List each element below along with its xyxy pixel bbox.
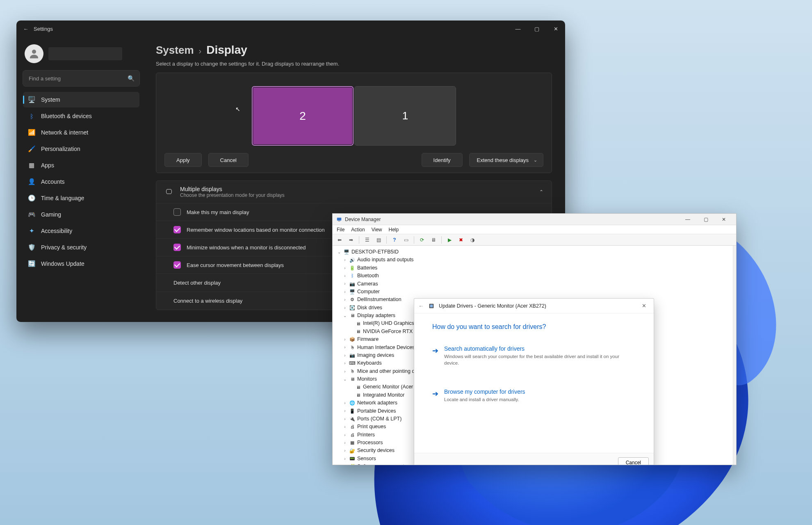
nav-label: Privacy & security: [41, 244, 87, 251]
svg-rect-2: [338, 221, 340, 221]
option-browse-computer[interactable]: ➔ Browse my computer for drivers Locate …: [432, 385, 641, 410]
tree-label: Print queues: [357, 423, 386, 431]
option-label: Detect other display: [173, 280, 221, 286]
tree-label: Audio inputs and outputs: [357, 256, 414, 264]
help-icon[interactable]: ?: [390, 235, 399, 244]
chevron-down-icon: ⌄: [534, 158, 537, 163]
breadcrumb-parent[interactable]: System: [156, 44, 194, 57]
account-name-redacted: [48, 47, 122, 60]
disable-device-icon[interactable]: ✖: [456, 235, 465, 244]
scan-icon[interactable]: ▭: [401, 235, 411, 244]
enable-device-icon[interactable]: ▶: [445, 235, 454, 244]
scrollbar[interactable]: [733, 246, 736, 465]
nav-network[interactable]: 📶 Network & internet: [23, 125, 139, 140]
nav-accounts[interactable]: 👤 Accounts: [23, 174, 139, 189]
nav-label: Accessibility: [41, 228, 72, 234]
tree-label: DESKTOP-ETFB5ID: [351, 248, 399, 256]
account-row[interactable]: [23, 41, 139, 71]
checkbox-checked[interactable]: [173, 226, 181, 233]
tree-label: Software components: [357, 463, 407, 465]
back-icon[interactable]: ←: [418, 303, 424, 309]
nav-label: Accounts: [41, 178, 65, 185]
dialog-body: How do you want to search for drivers? ➔…: [414, 313, 654, 410]
tree-label: Printers: [357, 431, 375, 439]
nav-apps[interactable]: ▦ Apps: [23, 158, 139, 173]
arrow-right-icon: ➔: [432, 389, 438, 403]
settings-nav: 🖥️ System ᛒ Bluetooth & devices 📶 Networ…: [23, 92, 139, 272]
apply-button[interactable]: Apply: [164, 153, 202, 167]
nav-bluetooth[interactable]: ᛒ Bluetooth & devices: [23, 108, 139, 124]
tree-label: Network adapters: [357, 399, 397, 407]
nav-privacy[interactable]: 🛡️ Privacy & security: [23, 240, 139, 255]
display-mode-select[interactable]: Extend these displays ⌄: [469, 153, 543, 167]
tree-node-audio[interactable]: ›🔊Audio inputs and outputs: [342, 256, 731, 264]
search-wrap: 🔍: [23, 71, 139, 86]
accessibility-icon: ✦: [28, 227, 35, 235]
nav-system[interactable]: 🖥️ System: [23, 92, 139, 107]
tree-node-batteries[interactable]: ›🔋Batteries: [342, 264, 731, 272]
properties-icon[interactable]: ▤: [374, 235, 383, 244]
privacy-icon: 🛡️: [28, 244, 35, 251]
nav-time[interactable]: 🕒 Time & language: [23, 190, 139, 206]
nav-label: Personalization: [41, 146, 80, 152]
minimize-button[interactable]: ―: [679, 214, 697, 225]
menu-view[interactable]: View: [372, 227, 382, 233]
checkbox-unchecked[interactable]: [173, 208, 181, 216]
back-icon[interactable]: ←: [21, 26, 30, 32]
maximize-button[interactable]: ▢: [527, 21, 546, 37]
settings-titlebar: ← Settings ― ▢ ✕: [16, 21, 565, 37]
tree-label: Sensors: [357, 455, 376, 463]
tree-label: Cameras: [357, 280, 378, 288]
nav-update[interactable]: 🔄 Windows Update: [23, 256, 139, 272]
option-title: Search automatically for drivers: [444, 345, 620, 352]
svg-point-0: [32, 50, 36, 54]
cancel-button[interactable]: Cancel: [208, 153, 249, 167]
option-search-automatically[interactable]: ➔ Search automatically for drivers Windo…: [432, 342, 641, 374]
tree-root[interactable]: ⌄🖥️ DESKTOP-ETFB5ID: [337, 248, 731, 256]
close-button[interactable]: ✕: [546, 21, 565, 37]
show-hidden-icon[interactable]: ☰: [363, 235, 372, 244]
tree-label: Display adapters: [357, 312, 395, 320]
display-arrangement-panel: 2 1 Apply Cancel Identify Extend these d…: [156, 73, 552, 173]
option-label: Connect to a wireless display: [173, 298, 242, 304]
settings-title: Settings: [34, 26, 53, 32]
tree-node-bluetooth[interactable]: ›ᛒBluetooth: [342, 272, 731, 280]
checkbox-checked[interactable]: [173, 261, 181, 269]
menu-help[interactable]: Help: [389, 227, 399, 233]
arrow-right-icon: ➔: [432, 346, 438, 366]
close-button[interactable]: ✕: [638, 300, 650, 312]
minimize-button[interactable]: ―: [509, 21, 527, 37]
monitor-1-tile[interactable]: 1: [354, 86, 456, 146]
nav-gaming[interactable]: 🎮 Gaming: [23, 207, 139, 222]
close-button[interactable]: ✕: [715, 214, 733, 225]
option-desc: Windows will search your computer for th…: [444, 353, 620, 366]
cancel-button[interactable]: Cancel: [618, 457, 649, 465]
section-expander[interactable]: 🖵 Multiple displays Choose the presentat…: [156, 181, 552, 203]
section-title: Multiple displays: [180, 186, 285, 192]
tree-node-computer[interactable]: ›🖥️Computer: [342, 288, 731, 296]
accounts-icon: 👤: [28, 178, 35, 185]
device-manager-icon: [336, 216, 342, 223]
tree-label: Bluetooth: [357, 272, 379, 280]
tree-node-cameras[interactable]: ›📷Cameras: [342, 280, 731, 288]
nav-label: Windows Update: [41, 260, 84, 267]
back-icon[interactable]: ⬅: [335, 235, 344, 244]
display-mode-label: Extend these displays: [477, 157, 529, 163]
monitor-2-tile[interactable]: 2: [252, 86, 354, 146]
checkbox-checked[interactable]: [173, 244, 181, 251]
menu-file[interactable]: File: [337, 227, 344, 233]
forward-icon[interactable]: ➡: [347, 235, 356, 244]
update-driver-icon[interactable]: ⟳: [417, 235, 427, 244]
nav-accessibility[interactable]: ✦ Accessibility: [23, 223, 139, 239]
person-icon: [28, 48, 40, 60]
search-input[interactable]: [23, 71, 139, 86]
action-icon[interactable]: ◑: [468, 235, 477, 244]
maximize-button[interactable]: ▢: [697, 214, 715, 225]
tree-label: DellInstrumentation: [357, 296, 401, 304]
identify-button[interactable]: Identify: [422, 153, 463, 167]
uninstall-icon[interactable]: 🖥: [429, 235, 438, 244]
nav-personalization[interactable]: 🖌️ Personalization: [23, 141, 139, 157]
dialog-footer: Cancel: [414, 453, 654, 465]
tree-label: Human Interface Devices: [357, 344, 415, 352]
menu-action[interactable]: Action: [351, 227, 365, 233]
